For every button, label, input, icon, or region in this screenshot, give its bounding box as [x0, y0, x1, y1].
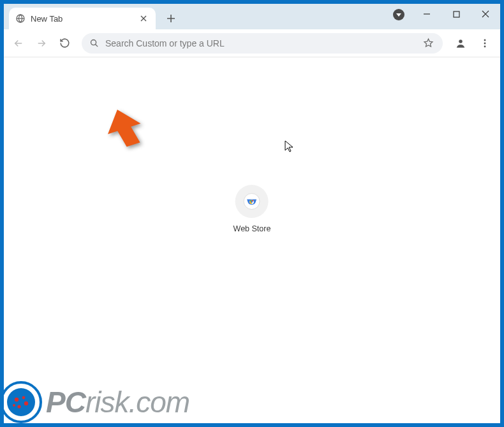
forward-button[interactable]	[32, 34, 51, 53]
svg-point-5	[484, 42, 486, 44]
minimize-button[interactable]	[412, 4, 441, 24]
cursor-icon	[285, 140, 293, 156]
shortcut-web-store[interactable]: Web Store	[233, 185, 271, 233]
search-icon	[89, 38, 99, 48]
svg-point-15	[13, 404, 15, 407]
svg-point-8	[251, 201, 253, 203]
profile-button[interactable]	[450, 33, 471, 54]
svg-point-2	[91, 40, 96, 45]
svg-point-13	[24, 402, 28, 405]
svg-point-3	[459, 40, 463, 43]
menu-button[interactable]	[475, 33, 495, 54]
address-input[interactable]	[105, 38, 417, 48]
svg-rect-1	[454, 11, 459, 17]
web-store-icon	[244, 193, 260, 210]
tab-active[interactable]: New Tab	[9, 8, 156, 29]
shortcut-tile	[235, 185, 269, 218]
page-content: Web Store PCrisk.com	[4, 57, 500, 423]
svg-point-12	[22, 396, 26, 400]
watermark-suffix: risk.com	[85, 386, 189, 419]
maximize-button[interactable]	[441, 4, 471, 24]
watermark-badge-icon	[0, 381, 42, 423]
toolbar	[4, 29, 500, 57]
svg-point-4	[484, 39, 486, 41]
reload-button[interactable]	[55, 34, 74, 53]
address-bar[interactable]	[82, 33, 443, 54]
bookmark-star-icon[interactable]	[423, 38, 434, 48]
browser-window: New Tab	[4, 4, 500, 423]
svg-point-11	[15, 398, 19, 402]
svg-point-14	[17, 405, 20, 408]
titlebar: New Tab	[4, 4, 500, 29]
close-window-button[interactable]	[471, 4, 500, 24]
globe-icon	[15, 13, 26, 24]
window-controls	[412, 4, 500, 24]
back-button[interactable]	[9, 34, 28, 53]
annotation-arrow-icon	[105, 107, 144, 154]
new-tab-button[interactable]	[162, 10, 180, 27]
tab-title: New Tab	[31, 14, 63, 24]
svg-point-10	[7, 388, 35, 416]
svg-point-6	[484, 45, 486, 47]
tab-close-button[interactable]	[138, 13, 149, 24]
watermark-text: PCrisk.com	[46, 387, 189, 417]
watermark-logo: PCrisk.com	[0, 381, 189, 423]
shortcut-label: Web Store	[233, 224, 271, 233]
extension-indicator-icon[interactable]	[393, 9, 404, 20]
watermark-prefix: PC	[46, 386, 85, 419]
